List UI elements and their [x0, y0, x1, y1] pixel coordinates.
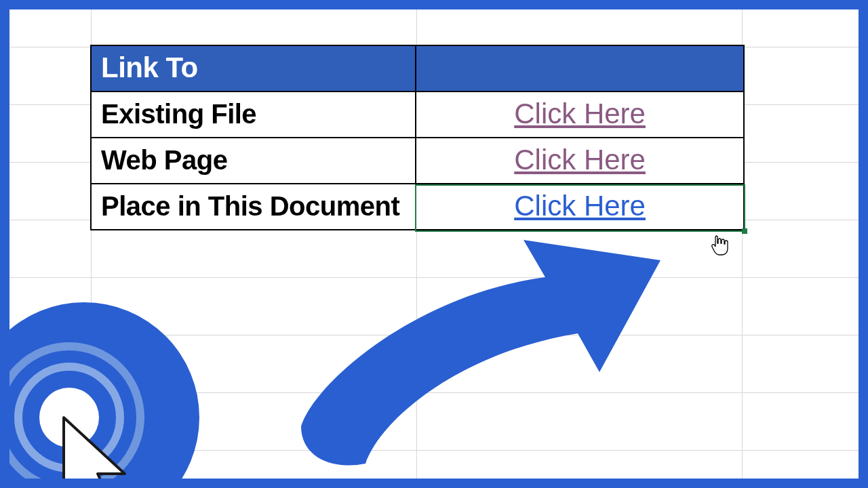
cell-link-web-page[interactable]: Click Here — [416, 138, 744, 184]
header-link-to: Link To — [91, 45, 416, 92]
thumbnail-frame: Link To Existing File Click Here Web Pag… — [0, 0, 868, 488]
hyperlink-place-in-document[interactable]: Click Here — [514, 190, 646, 222]
table-row: Existing File Click Here — [91, 92, 744, 138]
hyperlink-examples-table: Link To Existing File Click Here Web Pag… — [90, 45, 745, 230]
row-label-existing-file[interactable]: Existing File — [91, 92, 416, 138]
table-row: Web Page Click Here — [91, 138, 744, 184]
header-blank — [416, 45, 744, 92]
row-label-place-in-document[interactable]: Place in This Document — [91, 184, 416, 230]
cell-link-existing-file[interactable]: Click Here — [416, 92, 744, 138]
table-row: Place in This Document Click Here — [91, 184, 744, 230]
row-label-web-page[interactable]: Web Page — [91, 138, 416, 184]
cell-link-place-in-document[interactable]: Click Here — [416, 184, 744, 230]
spreadsheet-area: Link To Existing File Click Here Web Pag… — [9, 9, 859, 479]
hyperlink-existing-file[interactable]: Click Here — [514, 98, 646, 129]
hyperlink-web-page[interactable]: Click Here — [514, 144, 646, 176]
